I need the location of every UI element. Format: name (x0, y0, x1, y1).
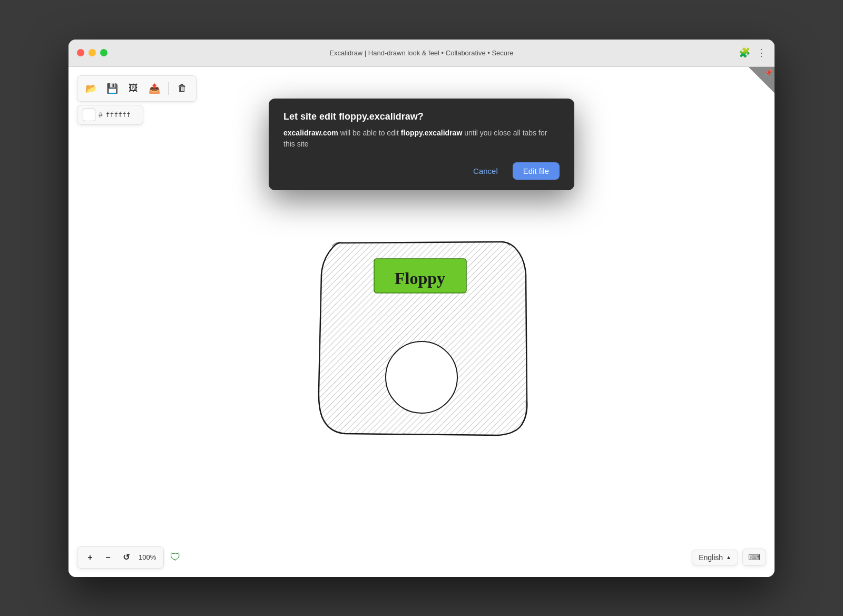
edit-file-button[interactable]: Edit file (513, 162, 560, 180)
maximize-button[interactable] (100, 49, 107, 56)
dialog-file-name: floppy.excalidraw (401, 129, 462, 137)
dialog-overlay: Let site edit floppy.excalidraw? excalid… (68, 67, 775, 577)
dialog-body: excalidraw.com will be able to edit flop… (283, 128, 560, 150)
title-bar: Excalidraw | Hand-drawn look & feel • Co… (68, 40, 775, 67)
permission-dialog: Let site edit floppy.excalidraw? excalid… (269, 99, 574, 190)
menu-icon[interactable]: ⋮ (757, 47, 766, 58)
window-title: Excalidraw | Hand-drawn look & feel • Co… (329, 49, 513, 57)
dialog-site-name: excalidraw.com (283, 129, 338, 137)
dialog-title: Let site edit floppy.excalidraw? (283, 111, 560, 122)
dialog-actions: Cancel Edit file (283, 162, 560, 180)
title-bar-actions: 🧩 ⋮ (739, 47, 766, 58)
minimize-button[interactable] (89, 49, 96, 56)
close-button[interactable] (77, 49, 84, 56)
dialog-body-middle: will be able to edit (338, 129, 401, 137)
content-area: 📂 💾 🖼 📤 🗑 # ffffff (68, 67, 775, 577)
mac-window: Excalidraw | Hand-drawn look & feel • Co… (68, 40, 775, 577)
traffic-lights (77, 49, 107, 56)
cancel-button[interactable]: Cancel (465, 162, 506, 180)
extensions-icon[interactable]: 🧩 (739, 47, 750, 58)
